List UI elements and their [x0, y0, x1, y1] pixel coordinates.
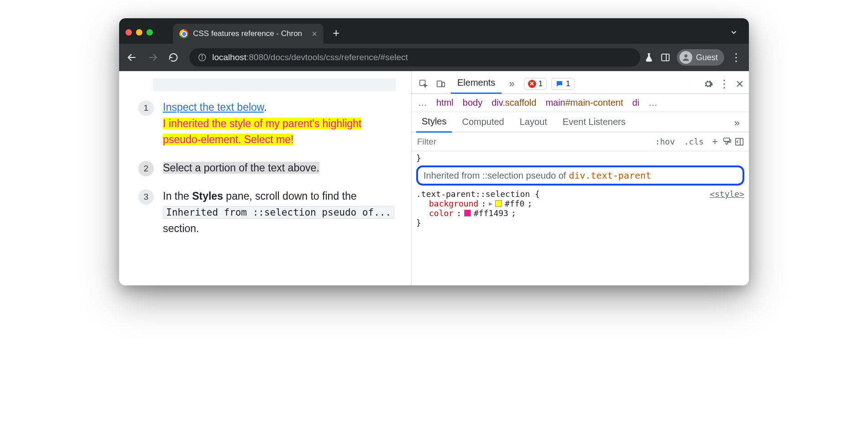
step2-text: Select a portion of the text above.	[163, 162, 319, 174]
profile-chip[interactable]: Guest	[677, 49, 724, 66]
devtools-tabbar: Elements » ✕ 1 1	[412, 71, 749, 94]
menu-icon[interactable]: ⋮	[731, 51, 742, 64]
svg-rect-9	[437, 81, 442, 87]
site-info-icon[interactable]	[198, 53, 207, 62]
browser-tab[interactable]: CSS features reference - Chron ×	[173, 24, 324, 44]
url-text: localhost:8080/docs/devtools/css/referen…	[212, 52, 408, 62]
console-badges: ✕ 1 1	[524, 78, 575, 90]
inherited-section-header[interactable]: Inherited from ::selection pseudo of div…	[416, 165, 744, 186]
rule-selector-line[interactable]: .text-parent::selection { <style>	[416, 189, 744, 199]
subtabs-overflow-icon[interactable]: »	[730, 114, 744, 132]
dom-breadcrumb[interactable]: … html body div.scaffold main#main-conte…	[412, 94, 749, 112]
minimize-window-button[interactable]	[136, 29, 142, 36]
steps-list: Inspect the text below. I inherited the …	[135, 99, 396, 237]
tabs-dropdown-icon[interactable]	[730, 28, 738, 36]
step1-dot: .	[264, 101, 267, 113]
svg-rect-10	[442, 82, 445, 87]
inherit-prefix: Inherited from ::selection pseudo of	[424, 170, 566, 181]
labs-icon[interactable]	[644, 52, 654, 62]
elements-tab[interactable]: Elements	[451, 74, 502, 94]
step3-code: Inherited from ::selection pseudo of...	[163, 206, 394, 219]
val-background: #ff0	[505, 199, 524, 208]
hov-toggle[interactable]: :hov	[651, 135, 678, 148]
subtab-layout[interactable]: Layout	[514, 114, 553, 132]
step-2: Select a portion of the text above.	[135, 160, 396, 176]
reload-button[interactable]	[168, 52, 186, 62]
errors-count: 1	[539, 79, 543, 88]
step3-b: Styles	[192, 190, 223, 202]
new-style-rule-button[interactable]: +	[709, 136, 721, 148]
device-toolbar-icon[interactable]	[434, 77, 448, 91]
styles-filter-row: :hov .cls +	[412, 132, 749, 151]
page-content: Inspect the text below. I inherited the …	[119, 71, 411, 285]
bc-body[interactable]: body	[463, 98, 482, 108]
svg-rect-5	[662, 54, 669, 61]
browser-window: CSS features reference - Chron × + local…	[119, 18, 749, 285]
step-3: In the Styles pane, scroll down to find …	[135, 188, 396, 237]
panel-icon[interactable]	[660, 52, 670, 62]
url-path: :8080/docs/devtools/css/reference/#selec…	[246, 52, 408, 62]
styles-subtabs: Styles Computed Layout Event Listeners »	[412, 112, 749, 132]
decl-background[interactable]: background: ▶ #ff0;	[416, 199, 744, 208]
avatar-icon	[680, 51, 692, 64]
bc-ellipsis-2[interactable]: …	[648, 98, 658, 108]
inherit-selector: div.text-parent	[569, 170, 651, 181]
subtab-styles[interactable]: Styles	[416, 114, 452, 133]
cls-toggle[interactable]: .cls	[680, 135, 707, 148]
val-color: #ff1493	[474, 208, 508, 218]
browser-toolbar: localhost:8080/docs/devtools/css/referen…	[119, 44, 749, 71]
toggle-sidebar-icon[interactable]	[734, 137, 744, 147]
messages-count: 1	[566, 79, 570, 88]
new-tab-button[interactable]: +	[333, 26, 340, 40]
highlighted-text[interactable]: I inherited the style of my parent's hig…	[163, 118, 361, 146]
bc-di[interactable]: di	[633, 98, 640, 108]
tab-title: CSS features reference - Chron	[193, 29, 302, 38]
error-dot-icon: ✕	[528, 80, 536, 88]
rule-source-link[interactable]: <style>	[710, 189, 744, 199]
subtab-events[interactable]: Event Listeners	[557, 114, 631, 132]
subtab-computed[interactable]: Computed	[456, 114, 509, 132]
color-swatch-yellow[interactable]	[495, 200, 502, 207]
messages-badge[interactable]: 1	[551, 78, 574, 90]
window-controls	[125, 29, 153, 36]
errors-badge[interactable]: ✕ 1	[524, 78, 547, 90]
code-block-bottom	[153, 78, 396, 91]
tabs-overflow-icon[interactable]: »	[504, 75, 519, 93]
step3-c: pane, scroll down to find the	[223, 190, 357, 202]
maximize-window-button[interactable]	[146, 29, 153, 36]
prop-background: background	[429, 199, 478, 208]
url-host: localhost	[212, 52, 246, 62]
bc-ellipsis[interactable]: …	[418, 98, 427, 108]
forward-button[interactable]	[147, 52, 165, 63]
profile-label: Guest	[696, 53, 718, 62]
devtools-panel: Elements » ✕ 1 1	[411, 71, 749, 285]
step3-d: section.	[163, 222, 199, 234]
styles-filter-input[interactable]	[416, 135, 649, 149]
tab-close-icon[interactable]: ×	[312, 29, 317, 39]
step-1: Inspect the text below. I inherited the …	[135, 99, 396, 148]
devtools-menu-icon[interactable]: ⋮	[719, 77, 730, 90]
expand-triangle-icon[interactable]: ▶	[489, 200, 492, 207]
toolbar-right: Guest ⋮	[644, 49, 742, 66]
decl-color[interactable]: color: #ff1493;	[416, 208, 744, 218]
inspect-link[interactable]: Inspect the text below	[163, 101, 264, 113]
step3-a: In the	[163, 190, 192, 202]
address-bar[interactable]: localhost:8080/docs/devtools/css/referen…	[189, 48, 640, 67]
bc-main[interactable]: main#main-content	[545, 98, 623, 108]
inspect-element-icon[interactable]	[416, 77, 431, 91]
chrome-favicon-icon	[179, 29, 188, 38]
content-area: Inspect the text below. I inherited the …	[119, 71, 749, 285]
rule-selector: .text-parent::selection {	[416, 189, 540, 199]
prop-color: color	[429, 208, 454, 218]
bc-div[interactable]: div.scaffold	[492, 98, 536, 108]
close-window-button[interactable]	[125, 29, 132, 36]
rule-close-brace: }	[416, 218, 744, 227]
settings-icon[interactable]	[703, 79, 713, 89]
paint-icon[interactable]	[722, 137, 732, 147]
bc-html[interactable]: html	[436, 98, 454, 108]
close-devtools-icon[interactable]	[735, 79, 744, 88]
back-button[interactable]	[126, 52, 144, 63]
svg-point-7	[685, 54, 688, 57]
color-swatch-pink[interactable]	[464, 210, 471, 217]
devtools-right-icons: ⋮	[703, 77, 744, 90]
